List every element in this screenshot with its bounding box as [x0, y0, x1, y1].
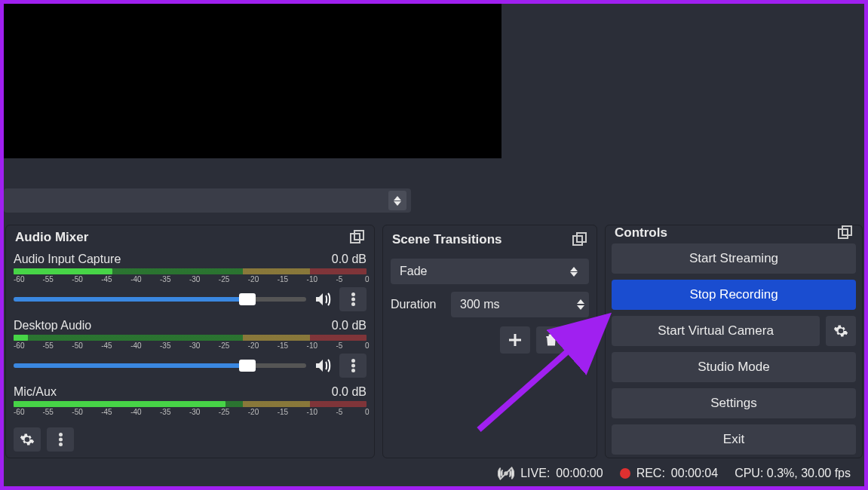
transition-menu-button[interactable] [572, 326, 587, 354]
mixer-menu-button[interactable] [47, 427, 74, 452]
vu-meter: -60 -55 -50 -45 -40 -35 -30 -25 -20 -15 … [14, 335, 367, 351]
svg-point-6 [351, 364, 355, 368]
live-status: LIVE: 00:00:00 [498, 465, 603, 482]
chevron-up-icon[interactable] [577, 299, 584, 304]
popout-icon[interactable] [350, 230, 365, 245]
start-virtual-camera-button[interactable]: Start Virtual Camera [612, 316, 820, 346]
vu-meter: -60 -55 -50 -45 -40 -35 -30 -25 -20 -15 … [14, 268, 367, 285]
live-label: LIVE: [520, 467, 550, 480]
channel-db: 0.0 dB [332, 253, 367, 266]
channel-db: 0.0 dB [332, 319, 367, 332]
channel-name: Mic/Aux [14, 385, 57, 399]
duration-value: 300 ms [460, 298, 499, 311]
audio-channel: Desktop Audio 0.0 dB -60 -55 -50 -45 -40… [6, 316, 374, 382]
status-bar: LIVE: 00:00:00 REC: 00:00:04 CPU: 0.3%, … [4, 461, 864, 486]
duration-input[interactable]: 300 ms [451, 292, 589, 317]
audio-mixer-title: Audio Mixer [15, 230, 88, 245]
exit-button[interactable]: Exit [612, 424, 856, 455]
duration-label: Duration [391, 298, 443, 311]
mixer-settings-button[interactable] [14, 427, 41, 452]
svg-point-16 [578, 338, 582, 342]
rec-time: 00:00:04 [671, 467, 718, 480]
start-streaming-button[interactable]: Start Streaming [612, 243, 856, 274]
transition-select[interactable]: Fade [391, 259, 589, 284]
stop-recording-button[interactable]: Stop Recording [612, 280, 856, 310]
volume-slider[interactable] [14, 297, 306, 302]
scene-transitions-panel: Scene Transitions Fade Duration 300 ms [382, 225, 597, 458]
chevron-down-icon[interactable] [577, 305, 584, 310]
live-time: 00:00:00 [556, 467, 603, 480]
scene-transitions-title: Scene Transitions [392, 232, 502, 247]
svg-point-8 [59, 433, 63, 436]
svg-point-2 [351, 292, 355, 296]
channel-name: Audio Input Capture [14, 253, 121, 266]
controls-panel: Controls Start Streaming Stop Recording … [605, 225, 863, 458]
delete-transition-button[interactable] [536, 326, 566, 354]
channel-name: Desktop Audio [14, 319, 91, 332]
popout-icon[interactable] [572, 232, 587, 247]
svg-point-7 [351, 369, 355, 372]
scene-dropdown-caret[interactable] [388, 191, 406, 210]
audio-channel: Audio Input Capture 0.0 dB -60 -55 -50 -… [6, 250, 374, 316]
settings-button[interactable]: Settings [612, 388, 856, 418]
record-icon [620, 468, 630, 479]
channel-menu-button[interactable] [339, 354, 367, 378]
speaker-icon[interactable] [314, 357, 332, 375]
volume-slider[interactable] [14, 363, 306, 368]
studio-mode-button[interactable]: Studio Mode [612, 352, 856, 382]
scene-dropdown[interactable] [4, 188, 411, 213]
popout-icon[interactable] [838, 225, 853, 240]
cpu-text: CPU: 0.3%, 30.00 fps [735, 467, 851, 480]
svg-point-17 [578, 343, 582, 347]
add-transition-button[interactable] [500, 326, 530, 354]
cpu-status: CPU: 0.3%, 30.00 fps [735, 467, 851, 480]
svg-rect-14 [509, 339, 521, 341]
audio-channel: Mic/Aux 0.0 dB -60 -55 -50 -45 -40 -35 -… [6, 382, 374, 424]
rec-status: REC: 00:00:04 [620, 467, 719, 480]
virtual-camera-settings-button[interactable] [826, 316, 856, 346]
broadcast-icon [498, 465, 514, 482]
rec-label: REC: [636, 467, 665, 480]
controls-title: Controls [615, 225, 667, 240]
audio-mixer-panel: Audio Mixer Audio Input Capture 0.0 dB -… [5, 225, 375, 458]
speaker-icon[interactable] [314, 290, 332, 308]
svg-point-3 [351, 298, 355, 302]
channel-menu-button[interactable] [339, 287, 367, 311]
preview-canvas[interactable] [4, 4, 501, 158]
svg-point-15 [578, 333, 582, 337]
vu-meter: -60 -55 -50 -45 -40 -35 -30 -25 -20 -15 … [14, 401, 367, 418]
svg-point-9 [59, 438, 63, 442]
transition-selected-value: Fade [400, 265, 427, 278]
svg-point-10 [59, 443, 63, 446]
svg-point-5 [351, 359, 355, 363]
channel-db: 0.0 dB [332, 385, 367, 399]
svg-point-4 [351, 302, 355, 306]
